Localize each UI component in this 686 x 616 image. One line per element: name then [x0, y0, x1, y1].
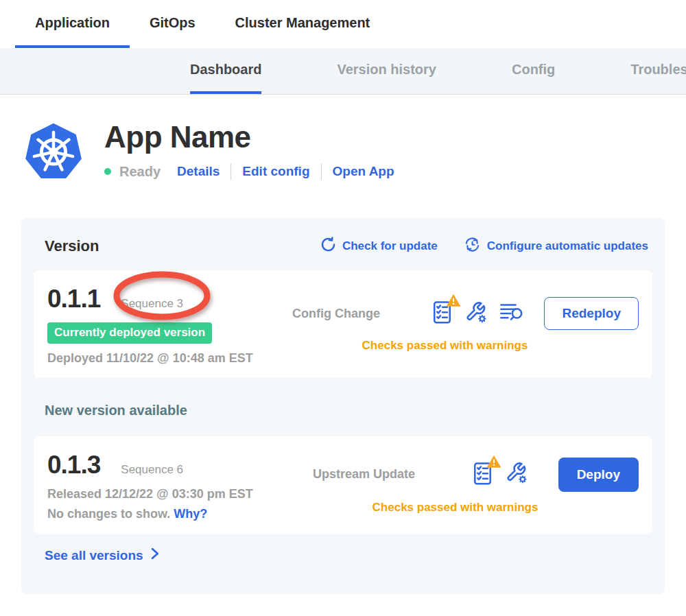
configure-automatic-updates-button[interactable]: Configure automatic updates	[464, 236, 648, 257]
tab-cluster-management[interactable]: Cluster Management	[215, 0, 390, 48]
available-sequence-label: Sequence 6	[121, 463, 183, 477]
chevron-right-icon	[151, 547, 160, 563]
tab-version-history[interactable]: Version history	[337, 48, 436, 94]
details-link[interactable]: Details	[177, 164, 220, 179]
available-change-type: Upstream Update	[313, 467, 415, 482]
divider	[230, 163, 231, 180]
version-panel: Version Check for update	[21, 218, 665, 594]
currently-deployed-badge: Currently deployed version	[47, 322, 212, 344]
see-all-versions-link[interactable]: See all versions	[45, 547, 160, 563]
new-version-heading: New version available	[45, 403, 652, 418]
tab-gitops[interactable]: GitOps	[130, 0, 215, 48]
preflight-checks-icon[interactable]	[473, 462, 494, 488]
tab-dashboard[interactable]: Dashboard	[190, 48, 261, 94]
available-checks-status: Checks passed with warnings	[313, 501, 639, 514]
tab-config[interactable]: Config	[512, 48, 555, 94]
kubernetes-logo-icon	[23, 120, 84, 184]
deployed-timestamp: Deployed 11/10/22 @ 10:48 am EST	[47, 351, 282, 366]
view-diff-search-icon[interactable]	[499, 302, 524, 325]
preflight-checks-icon[interactable]	[433, 300, 453, 327]
wrench-gear-icon[interactable]	[506, 462, 528, 487]
deployed-version-card: 0.1.1 Sequence 3 Currently deployed vers…	[34, 270, 652, 378]
wrench-gear-icon[interactable]	[465, 301, 488, 327]
auto-update-clock-icon	[464, 236, 481, 257]
tab-troubleshoot[interactable]: Troubleshoot	[630, 48, 686, 94]
page-title: App Name	[104, 121, 394, 153]
check-for-update-label: Check for update	[342, 239, 438, 253]
redeploy-button[interactable]: Redeploy	[544, 297, 639, 330]
edit-config-link[interactable]: Edit config	[242, 164, 309, 179]
warning-triangle-icon	[447, 294, 460, 309]
available-version-number: 0.1.3	[47, 450, 100, 480]
refresh-icon	[320, 237, 336, 256]
open-app-link[interactable]: Open App	[333, 164, 394, 179]
configure-automatic-updates-label: Configure automatic updates	[487, 239, 648, 253]
tab-application[interactable]: Application	[15, 0, 130, 48]
no-changes-line: No changes to show.Why?	[47, 507, 303, 521]
deployed-version-number: 0.1.1	[47, 284, 100, 314]
check-for-update-button[interactable]: Check for update	[320, 237, 438, 256]
available-version-card: 0.1.3 Sequence 6 Released 12/12/22 @ 03:…	[34, 436, 652, 534]
version-panel-title: Version	[45, 237, 99, 255]
divider	[321, 163, 322, 180]
app-header: App Name Ready Details Edit config Open …	[0, 95, 686, 218]
released-timestamp: Released 12/12/22 @ 03:30 pm EST	[47, 487, 303, 501]
status-badge: Ready	[119, 164, 161, 180]
deployed-checks-status: Checks passed with warnings	[292, 339, 639, 353]
status-dot	[104, 168, 111, 175]
see-all-versions-label: See all versions	[45, 548, 143, 563]
deploy-button[interactable]: Deploy	[558, 458, 639, 492]
deployed-change-type: Config Change	[292, 307, 412, 321]
deployed-sequence-label: Sequence 3	[121, 297, 183, 311]
no-changes-text: No changes to show.	[47, 507, 170, 521]
warning-triangle-icon	[487, 455, 501, 471]
why-link[interactable]: Why?	[174, 507, 207, 521]
app-sub-nav: Dashboard Version history Config Trouble…	[0, 48, 686, 95]
primary-nav: Application GitOps Cluster Management	[0, 0, 686, 48]
